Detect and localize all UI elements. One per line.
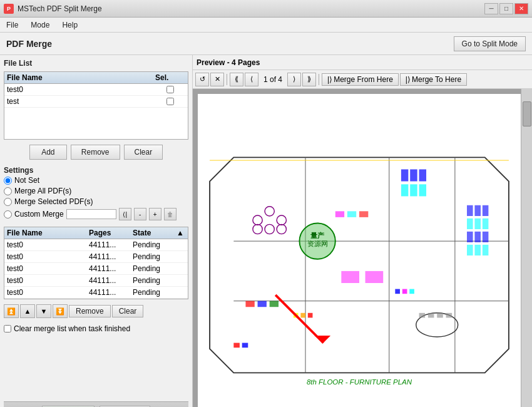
menu-bar: File Mode Help — [0, 18, 532, 33]
svg-rect-39 — [437, 313, 443, 318]
custom-merge-delete-btn[interactable]: 🗑 — [164, 208, 176, 220]
minimize-button[interactable]: ─ — [484, 3, 498, 14]
move-bottom-btn[interactable]: ⏬ — [53, 304, 68, 318]
next-page-btn[interactable]: ⟩ — [287, 73, 301, 86]
v-scroll-thumb[interactable] — [523, 101, 531, 126]
prev-page-btn[interactable]: ⟨ — [245, 73, 258, 86]
file-select-0[interactable] — [166, 86, 174, 93]
custom-merge-row: Custom Merge 44111---- ⟨| - + 🗑 — [4, 208, 188, 220]
move-up-btn[interactable]: ▲ — [20, 304, 35, 318]
merge-state-0: Pending — [133, 240, 176, 249]
clear-button[interactable]: Clear — [124, 145, 163, 160]
custom-merge-field[interactable]: 44111---- — [66, 209, 116, 219]
refresh-btn[interactable]: ↺ — [195, 73, 209, 86]
merge-file-4: test0 — [7, 288, 89, 297]
merge-pages-2: 44111... — [89, 264, 133, 273]
svg-rect-20 — [410, 184, 417, 196]
radio-custom-merge-input[interactable] — [4, 210, 12, 219]
remove-button[interactable]: Remove — [71, 145, 120, 160]
svg-rect-56 — [242, 343, 248, 348]
file-row[interactable]: test — [4, 96, 188, 108]
last-page-btn[interactable]: ⟫ — [302, 73, 316, 86]
svg-rect-40 — [446, 313, 453, 318]
svg-rect-51 — [308, 313, 313, 318]
file-list-body: test0 test — [4, 84, 188, 139]
clear-merge-list-label: Clear merge list when task finished — [14, 324, 130, 333]
clear-checkbox-row: Clear merge list when task finished — [4, 324, 188, 333]
left-panel: File List File Name Sel. test0 test — [0, 55, 193, 407]
merge-to-btn[interactable]: |⟩ Merge To Here — [400, 73, 467, 86]
svg-rect-28 — [467, 232, 473, 242]
add-button[interactable]: Add — [29, 145, 67, 160]
radio-merge-selected-input[interactable] — [4, 198, 12, 206]
merge-file-1: test0 — [7, 252, 89, 261]
svg-rect-30 — [483, 232, 489, 242]
menu-help[interactable]: Help — [59, 19, 80, 31]
svg-rect-22 — [467, 205, 473, 216]
merge-row-0[interactable]: test0 44111... Pending — [4, 239, 188, 251]
radio-not-set-label: Not Set — [14, 176, 39, 185]
vertical-scrollbar[interactable] — [521, 89, 532, 407]
svg-text:8th FLOOR - FURNITURE PLAN: 8th FLOOR - FURNITURE PLAN — [307, 378, 412, 386]
stop-btn[interactable]: ✕ — [210, 73, 224, 86]
close-button[interactable]: ✕ — [514, 3, 528, 14]
svg-rect-18 — [419, 169, 426, 181]
title-bar: P MSTech PDF Split Merge ─ □ ✕ — [0, 0, 532, 18]
merge-col-sort-icon: ▲ — [176, 229, 185, 237]
page-header: PDF Merge Go to Split Mode — [0, 33, 532, 55]
custom-merge-next-btn[interactable]: + — [149, 208, 161, 220]
file-name-1: test — [7, 97, 155, 106]
svg-rect-42 — [258, 301, 267, 307]
merge-from-btn[interactable]: |⟩ Merge From Here — [322, 73, 399, 86]
merge-row-2[interactable]: test0 44111... Pending — [4, 263, 188, 275]
merge-remove-btn[interactable]: Remove — [69, 305, 111, 317]
file-checkbox-1[interactable] — [155, 98, 185, 105]
radio-group: Not Set Merge All PDF(s) Merge Selected … — [4, 176, 188, 220]
merge-state-4: Pending — [133, 288, 176, 297]
right-panel: Preview - 4 Pages ↺ ✕ ⟪ ⟨ 1 of 4 ⟩ ⟫ |⟩ … — [193, 55, 532, 407]
file-name-0: test0 — [7, 85, 155, 94]
maximize-button[interactable]: □ — [499, 3, 513, 14]
svg-rect-43 — [270, 301, 279, 307]
col-sel: Sel. — [155, 73, 185, 82]
merge-clear-btn[interactable]: Clear — [112, 305, 144, 317]
radio-not-set-input[interactable] — [4, 177, 12, 185]
svg-rect-17 — [410, 169, 417, 181]
radio-not-set: Not Set — [4, 176, 188, 185]
merge-pages-3: 44111... — [89, 276, 133, 285]
menu-mode[interactable]: Mode — [28, 19, 52, 31]
file-row[interactable]: test0 — [4, 84, 188, 96]
clear-merge-list-checkbox[interactable] — [4, 325, 11, 332]
merge-pages-0: 44111... — [89, 240, 133, 249]
toolbar-separator-2 — [319, 74, 319, 85]
svg-text:资源网: 资源网 — [307, 240, 328, 247]
merge-row-1[interactable]: test0 44111... Pending — [4, 251, 188, 263]
move-down-btn[interactable]: ▼ — [36, 304, 51, 318]
first-page-btn[interactable]: ⟪ — [230, 73, 243, 86]
merge-row-3[interactable]: test0 44111... Pending — [4, 275, 188, 287]
merge-from-label: Merge From Here — [334, 75, 393, 84]
radio-merge-all-input[interactable] — [4, 187, 12, 195]
preview-canvas: 量产 资源网 — [193, 89, 532, 407]
svg-rect-45 — [347, 211, 356, 217]
merge-row-4[interactable]: test0 44111... Pending — [4, 287, 188, 299]
preview-image-area: 量产 资源网 — [198, 94, 521, 407]
bottom-btn-row: Merge Close — [4, 401, 188, 407]
preview-toolbar: ↺ ✕ ⟪ ⟨ 1 of 4 ⟩ ⟫ |⟩ Merge From Here |⟩… — [193, 70, 532, 89]
file-list-header: File Name Sel. — [4, 72, 188, 84]
menu-file[interactable]: File — [4, 19, 21, 31]
settings-section: Settings Not Set Merge All PDF(s) Merge … — [4, 166, 188, 223]
main-container: File List File Name Sel. test0 test — [0, 55, 532, 407]
file-list-section: File Name Sel. test0 test — [4, 71, 188, 140]
file-list-section-title: File List — [4, 59, 188, 68]
file-checkbox-0[interactable] — [155, 86, 185, 93]
move-top-btn[interactable]: ⏫ — [4, 304, 19, 318]
merge-table-section: File Name Pages State ▲ test0 44111... P… — [4, 227, 188, 299]
svg-rect-27 — [483, 219, 489, 229]
window-title: MSTech PDF Split Merge — [18, 4, 484, 13]
custom-merge-first-btn[interactable]: ⟨| — [119, 208, 131, 220]
file-select-1[interactable] — [166, 98, 174, 105]
merge-state-2: Pending — [133, 264, 176, 273]
split-mode-button[interactable]: Go to Split Mode — [454, 36, 526, 51]
custom-merge-prev-btn[interactable]: - — [134, 208, 146, 220]
